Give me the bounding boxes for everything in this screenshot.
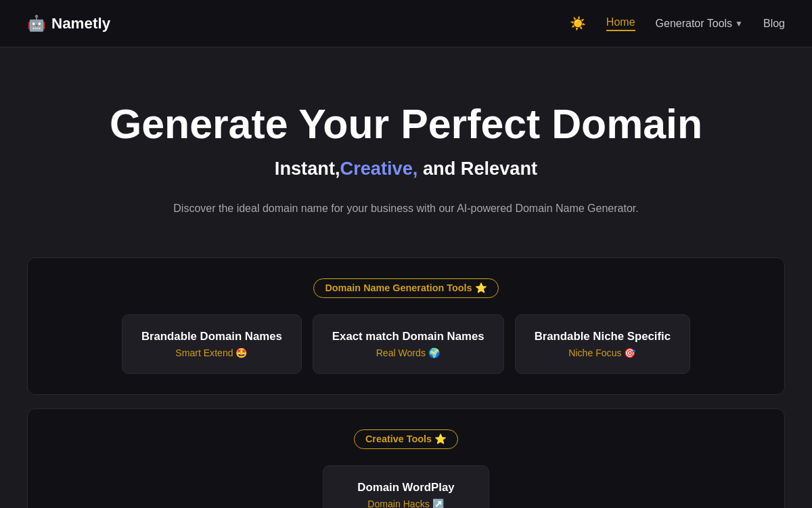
domain-wordplay-card[interactable]: Domain WordPlay Domain Hacks ↗️ (323, 465, 489, 508)
nav-generator-tools-dropdown[interactable]: Generator Tools ▼ (656, 18, 743, 30)
sun-icon: ☀️ (570, 16, 586, 30)
domain-tools-badge: Domain Name Generation Tools ⭐ (313, 278, 498, 298)
creative-tools-cards: Domain WordPlay Domain Hacks ↗️ (55, 465, 757, 508)
wordplay-subtitle: Domain Hacks ↗️ (357, 499, 454, 508)
exact-match-title: Exact match Domain Names (332, 330, 484, 343)
chevron-down-icon: ▼ (735, 19, 743, 28)
brandable-domain-names-card[interactable]: Brandable Domain Names Smart Extend 🤩 (122, 314, 302, 374)
theme-toggle-button[interactable]: ☀️ (570, 16, 586, 31)
nav-generator-label: Generator Tools (656, 18, 733, 30)
hero-section: Generate Your Perfect Domain Instant,Cre… (0, 47, 812, 257)
niche-specific-title: Brandable Niche Specific (535, 330, 671, 343)
subtitle-creative: Creative, (340, 158, 418, 179)
brandable-domain-title: Brandable Domain Names (141, 330, 282, 343)
creative-tools-section: Creative Tools ⭐ Domain WordPlay Domain … (27, 408, 785, 508)
navbar: 🤖 Nametly ☀️ Home Generator Tools ▼ Blog (0, 0, 812, 47)
subtitle-prefix: Instant, (275, 158, 340, 179)
hero-subtitle: Instant,Creative, and Relevant (27, 158, 785, 179)
nav-link-blog[interactable]: Blog (763, 18, 785, 30)
exact-match-domain-names-card[interactable]: Exact match Domain Names Real Words 🌍 (313, 314, 504, 374)
brandable-niche-specific-card[interactable]: Brandable Niche Specific Niche Focus 🎯 (515, 314, 690, 374)
domain-tools-cards: Brandable Domain Names Smart Extend 🤩 Ex… (55, 314, 757, 374)
hero-title: Generate Your Perfect Domain (27, 102, 785, 147)
logo-text: Nametly (51, 15, 110, 33)
tools-container: Domain Name Generation Tools ⭐ Brandable… (0, 257, 812, 508)
exact-match-subtitle: Real Words 🌍 (332, 347, 484, 358)
brandable-domain-subtitle: Smart Extend 🤩 (141, 347, 282, 358)
wordplay-title: Domain WordPlay (357, 481, 454, 494)
nav-link-home[interactable]: Home (606, 16, 635, 31)
niche-specific-subtitle: Niche Focus 🎯 (535, 347, 671, 358)
nav-right: ☀️ Home Generator Tools ▼ Blog (570, 16, 785, 31)
creative-tools-badge: Creative Tools ⭐ (354, 429, 458, 449)
domain-name-tools-section: Domain Name Generation Tools ⭐ Brandable… (27, 257, 785, 395)
hero-description: Discover the ideal domain name for your … (169, 200, 643, 217)
logo-link[interactable]: 🤖 Nametly (27, 14, 110, 33)
subtitle-suffix: and Relevant (418, 158, 537, 179)
logo-emoji: 🤖 (27, 14, 46, 33)
